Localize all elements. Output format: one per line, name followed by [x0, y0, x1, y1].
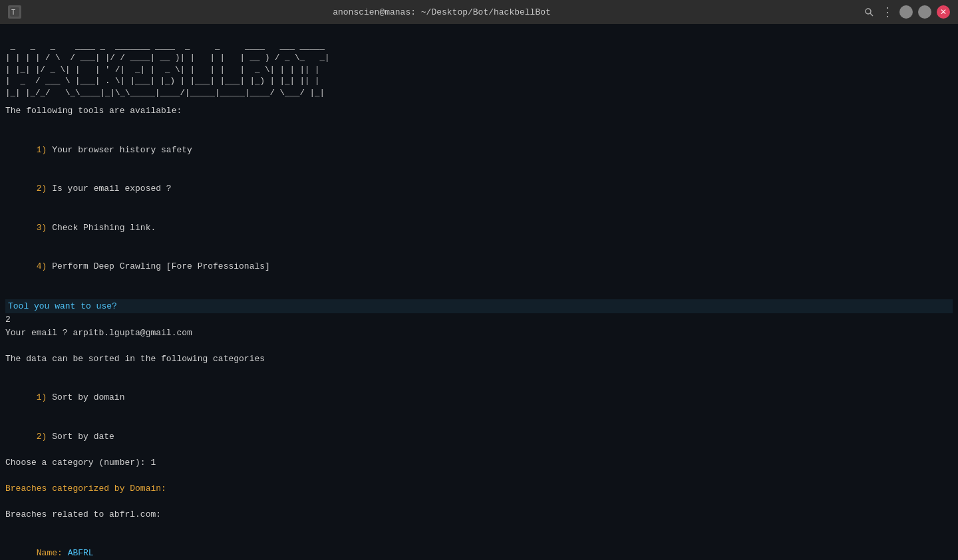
window-title: anonscien@manas: ~/Desktop/Bot/hackbellB…: [21, 7, 862, 17]
title-bar-left: T: [8, 5, 21, 19]
choose-category: Choose a category (number): 1: [5, 456, 953, 470]
tool-item-1: 1) Your browser history safety: [5, 130, 953, 170]
blank-line-1: [5, 118, 953, 131]
breach1-name-label: Name:: [37, 548, 68, 558]
sort-number-2: 2): [37, 432, 52, 442]
tool-item-3: 3) Check Phishing link.: [5, 208, 953, 247]
menu-button[interactable]: ⋮: [881, 5, 894, 19]
blank-line-7: [5, 521, 953, 534]
sort-number-1: 1): [37, 392, 52, 402]
email-prompt: Your email ? arpitb.lgupta@gmail.com: [5, 327, 953, 340]
tool-number-2: 2): [37, 184, 52, 194]
title-bar: T anonscien@manas: ~/Desktop/Bot/hackbel…: [0, 0, 958, 24]
tool-label-4: Perform Deep Crawling [Fore Professional…: [52, 261, 270, 271]
sort-header: The data can be sorted in the following …: [5, 352, 953, 366]
svg-text:T: T: [11, 9, 15, 16]
maximize-button[interactable]: [918, 5, 931, 19]
terminal-window: T anonscien@manas: ~/Desktop/Bot/hackbel…: [0, 0, 958, 560]
sort-item-1: 1) Sort by domain: [5, 378, 953, 418]
blank-line-6: [5, 495, 953, 508]
breach1-name-value: ABFRL: [68, 548, 94, 558]
search-button[interactable]: [862, 5, 876, 19]
blank-line-2: [5, 286, 953, 299]
tool-item-2: 2) Is your email exposed ?: [5, 170, 953, 209]
svg-line-3: [870, 13, 873, 16]
title-bar-controls: ⋮ ✕: [862, 5, 950, 19]
tool-item-4: 4) Perform Deep Crawling [Fore Professio…: [5, 247, 953, 287]
tool-label-3: Check Phishing link.: [52, 223, 156, 233]
tool-label-2: Is your email exposed ?: [52, 184, 171, 194]
tool-prompt: Tool you want to use?: [5, 299, 953, 314]
ascii-art-banner: _ _ _ ____ _ _______ ____ _ _ ____ ___ _…: [5, 29, 953, 99]
tools-header: The following tools are available:: [5, 104, 953, 118]
tool-input: 2: [5, 313, 953, 327]
sort-item-2: 2) Sort by date: [5, 417, 953, 456]
terminal-icon: T: [8, 5, 21, 19]
tool-number-1: 1): [37, 145, 52, 155]
tool-number-4: 4): [37, 261, 52, 271]
blank-line-4: [5, 365, 953, 378]
tool-label-1: Your browser history safety: [52, 145, 192, 155]
blank-line-3: [5, 339, 953, 352]
domain1-header: Breaches related to abfrl.com:: [5, 508, 953, 521]
blank-line-5: [5, 469, 953, 482]
close-button[interactable]: ✕: [937, 5, 950, 19]
svg-point-2: [866, 9, 871, 14]
sort-label-2: Sort by date: [52, 432, 114, 442]
breaches-header: Breaches categorized by Domain:: [5, 482, 953, 495]
terminal-body[interactable]: _ _ _ ____ _ _______ ____ _ _ ____ ___ _…: [0, 24, 958, 560]
tool-number-3: 3): [37, 223, 52, 233]
minimize-button[interactable]: [899, 5, 913, 19]
breach1-name-line: Name: ABFRL: [5, 534, 953, 561]
sort-label-1: Sort by domain: [52, 392, 124, 402]
